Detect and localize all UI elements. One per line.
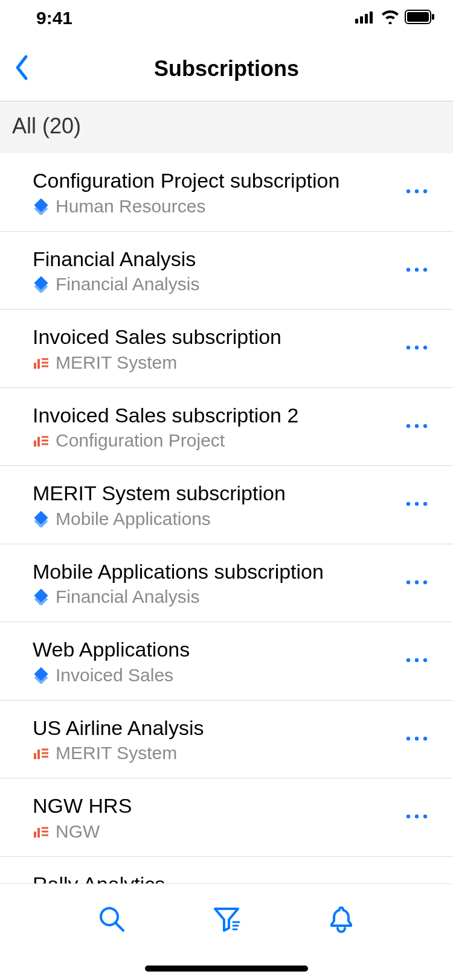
- svg-point-12: [423, 189, 427, 193]
- svg-point-66: [406, 815, 410, 818]
- svg-point-60: [423, 737, 427, 740]
- svg-point-59: [415, 737, 419, 740]
- list-item-title: Mobile Applications subscription: [33, 559, 399, 585]
- bell-icon: [326, 904, 356, 937]
- more-icon: [405, 186, 429, 197]
- list-item-subtitle: NGW: [56, 821, 100, 842]
- back-button[interactable]: [6, 36, 39, 101]
- page-title: Subscriptions: [154, 56, 299, 81]
- home-indicator[interactable]: [145, 966, 308, 972]
- more-icon: [405, 343, 429, 354]
- svg-rect-27: [34, 441, 36, 447]
- list-item[interactable]: Invoiced Sales subscription 2Configurati…: [0, 388, 453, 466]
- list-item-subtitle: Configuration Project: [56, 430, 225, 451]
- more-button[interactable]: [399, 565, 435, 601]
- svg-point-32: [406, 424, 410, 428]
- list-item-subtitle: Financial Analysis: [56, 587, 199, 607]
- list-item[interactable]: Mobile Applications subscriptionFinancia…: [0, 544, 453, 623]
- search-icon: [97, 904, 127, 937]
- list-item-title: MERIT System subscription: [33, 480, 399, 506]
- list-item-title: Web Applications: [33, 637, 399, 663]
- list-item-subtitle: Invoiced Sales: [56, 665, 173, 686]
- filter-button[interactable]: [202, 896, 251, 944]
- svg-point-18: [423, 268, 427, 272]
- more-icon: [405, 734, 429, 745]
- list-item-sub: Mobile Applications: [33, 509, 399, 529]
- project-icon: [33, 276, 50, 293]
- more-button[interactable]: [399, 174, 435, 210]
- notifications-button[interactable]: [317, 896, 365, 944]
- list-item-main: Financial AnalysisFinancial Analysis: [33, 246, 399, 295]
- svg-point-44: [406, 581, 410, 584]
- chevron-left-icon: [12, 54, 33, 83]
- status-indicators: [355, 10, 435, 27]
- more-icon: [405, 265, 429, 276]
- svg-point-39: [415, 502, 419, 506]
- list-item[interactable]: Web ApplicationsInvoiced Sales: [0, 622, 453, 701]
- svg-rect-20: [37, 359, 40, 369]
- status-time: 9:41: [36, 8, 72, 28]
- list-item-subtitle: Mobile Applications: [56, 509, 211, 529]
- svg-point-58: [406, 737, 410, 740]
- svg-point-51: [415, 658, 419, 662]
- list-item-title: Invoiced Sales subscription 2: [33, 402, 399, 428]
- section-label: All (20): [12, 113, 441, 139]
- project-icon: [33, 511, 50, 527]
- list-item[interactable]: Financial AnalysisFinancial Analysis: [0, 232, 453, 310]
- svg-rect-2: [365, 14, 368, 24]
- svg-point-50: [406, 658, 410, 662]
- status-bar: 9:41: [0, 0, 453, 36]
- svg-point-10: [406, 189, 410, 193]
- more-button[interactable]: [399, 330, 435, 366]
- list-item-subtitle: MERIT System: [56, 743, 177, 763]
- list-item[interactable]: NGW HRSNGW: [0, 778, 453, 857]
- svg-rect-19: [34, 363, 36, 369]
- more-icon: [405, 578, 429, 588]
- list-item-subtitle: MERIT System: [56, 352, 177, 373]
- svg-point-25: [415, 346, 419, 349]
- list-item-subtitle: Financial Analysis: [56, 274, 199, 294]
- list-item[interactable]: MERIT System subscriptionMobile Applicat…: [0, 466, 453, 544]
- content-scroll[interactable]: All (20) Configuration Project subscript…: [0, 101, 453, 980]
- svg-line-78: [116, 923, 123, 931]
- list-item[interactable]: US Airline AnalysisMERIT System: [0, 701, 453, 779]
- list-item-title: US Airline Analysis: [33, 715, 399, 741]
- report-icon: [33, 823, 50, 840]
- svg-point-40: [423, 502, 427, 506]
- svg-rect-6: [432, 14, 434, 20]
- more-button[interactable]: [399, 409, 435, 445]
- list-item-title: Invoiced Sales subscription: [33, 324, 399, 350]
- svg-rect-1: [360, 16, 363, 24]
- svg-point-17: [415, 268, 419, 272]
- list-item-sub: Invoiced Sales: [33, 665, 399, 686]
- search-button[interactable]: [88, 896, 136, 944]
- svg-point-45: [415, 581, 419, 584]
- svg-rect-61: [34, 832, 36, 838]
- filter-icon: [211, 904, 242, 937]
- more-button[interactable]: [399, 721, 435, 757]
- project-icon: [33, 667, 50, 684]
- list-item-sub: MERIT System: [33, 743, 399, 763]
- more-button[interactable]: [399, 799, 435, 835]
- svg-rect-54: [37, 749, 40, 759]
- svg-point-52: [423, 658, 427, 662]
- more-button[interactable]: [399, 643, 435, 679]
- svg-rect-28: [37, 437, 40, 447]
- report-icon: [33, 745, 50, 762]
- report-icon: [33, 432, 50, 449]
- svg-point-67: [415, 815, 419, 818]
- list-item-sub: Financial Analysis: [33, 587, 399, 607]
- more-button[interactable]: [399, 486, 435, 523]
- list-item-main: MERIT System subscriptionMobile Applicat…: [33, 480, 399, 529]
- svg-rect-5: [407, 12, 429, 22]
- svg-rect-3: [370, 11, 373, 24]
- list-item[interactable]: Invoiced Sales subscriptionMERIT System: [0, 310, 453, 388]
- list-item-main: Invoiced Sales subscription 2Configurati…: [33, 402, 399, 451]
- list-item-main: NGW HRSNGW: [33, 793, 399, 842]
- nav-header: Subscriptions: [0, 36, 453, 101]
- list-item-main: US Airline AnalysisMERIT System: [33, 715, 399, 764]
- more-button[interactable]: [399, 252, 435, 288]
- list-item-sub: NGW: [33, 821, 399, 842]
- list-item[interactable]: Configuration Project subscriptionHuman …: [0, 153, 453, 232]
- list-item-sub: Human Resources: [33, 196, 399, 217]
